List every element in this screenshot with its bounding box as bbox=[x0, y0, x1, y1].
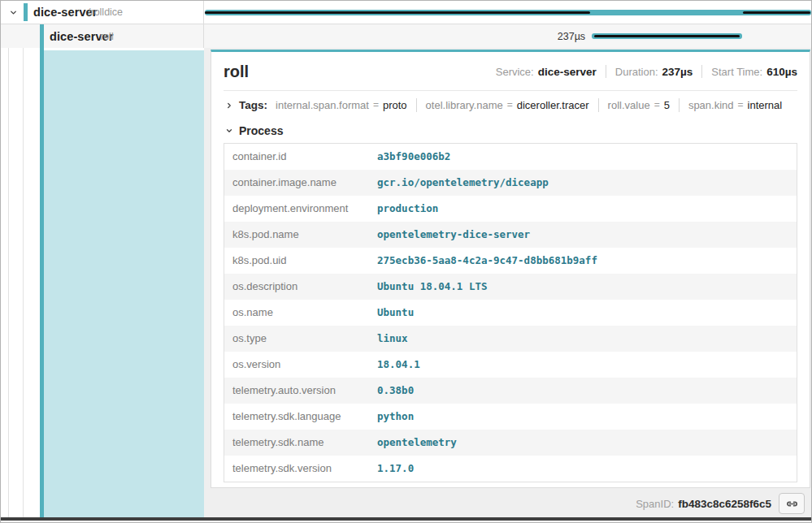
parent-span-core-segment bbox=[743, 11, 810, 14]
start-time-label: Start Time: bbox=[711, 66, 762, 78]
tag-value: diceroller.tracer bbox=[517, 98, 589, 112]
process-key: os.type bbox=[224, 326, 369, 352]
process-key: k8s.pod.name bbox=[224, 222, 369, 248]
span-duration-label: 237µs bbox=[204, 31, 585, 42]
bottom-edge-band bbox=[1, 517, 811, 521]
process-value: 1.17.0 bbox=[369, 456, 797, 482]
tag-item: internal.span.format = proto bbox=[276, 98, 416, 112]
process-value: Ubuntu bbox=[369, 300, 797, 326]
tag-item: roll.value = 5 bbox=[598, 98, 679, 112]
process-key: telemetry.auto.version bbox=[224, 378, 369, 404]
timeline-cell[interactable] bbox=[204, 1, 812, 24]
equals-sign: = bbox=[373, 98, 379, 112]
process-table-row: telemetry.sdk.name opentelemetry bbox=[224, 430, 797, 456]
process-value: linux bbox=[369, 326, 797, 352]
span-tree-cell[interactable]: dice-server roll bbox=[1, 24, 204, 48]
tags-section-label: Tags: bbox=[239, 98, 267, 112]
process-key: container.image.name bbox=[224, 170, 369, 196]
span-overview: Service: dice-server Duration: 237µs Sta… bbox=[496, 65, 797, 78]
child-span-bar bbox=[592, 33, 742, 39]
chevron-right-icon bbox=[224, 100, 235, 111]
process-value: Ubuntu 18.04.1 LTS bbox=[369, 274, 797, 300]
span-detail-header: roll Service: dice-server Duration: 237µ… bbox=[224, 52, 797, 91]
tag-key: otel.library.name bbox=[426, 98, 503, 112]
span-id-label: SpanID: bbox=[636, 498, 674, 510]
equals-sign: = bbox=[654, 98, 660, 112]
timeline-cell[interactable]: 237µs bbox=[204, 24, 812, 48]
parent-span-core-segment bbox=[205, 11, 590, 14]
equals-sign: = bbox=[507, 98, 513, 112]
link-icon bbox=[785, 497, 799, 511]
process-key: telemetry.sdk.name bbox=[224, 430, 369, 456]
selected-span-color-stripe bbox=[40, 24, 44, 518]
process-table-row: container.id a3bf90e006b2 bbox=[224, 144, 797, 170]
tag-key: roll.value bbox=[608, 98, 650, 112]
span-tree-cell[interactable]: dice-server /rolldice bbox=[1, 1, 204, 24]
process-table-row: os.version 18.04.1 bbox=[224, 352, 797, 378]
process-section-toggle[interactable]: Process bbox=[224, 119, 797, 143]
duration-label: Duration: bbox=[615, 66, 658, 78]
span-title: roll bbox=[224, 61, 496, 82]
tag-item: span.kind = internal bbox=[679, 98, 791, 112]
tree-indent-guide bbox=[8, 48, 9, 518]
parent-span-bar bbox=[205, 10, 811, 15]
process-table: container.id a3bf90e006b2 container.imag… bbox=[224, 143, 797, 482]
chevron-down-icon[interactable] bbox=[7, 6, 20, 19]
process-table-row: k8s.pod.uid 275ecb36-5aa8-4c2a-9c47-d8bb… bbox=[224, 248, 797, 274]
tag-list: internal.span.format = proto otel.librar… bbox=[276, 98, 791, 112]
process-table-row: os.description Ubuntu 18.04.1 LTS bbox=[224, 274, 797, 300]
process-key: k8s.pod.uid bbox=[224, 248, 369, 274]
span-row-rolldice[interactable]: dice-server /rolldice bbox=[1, 1, 811, 24]
process-key: telemetry.sdk.language bbox=[224, 404, 369, 430]
process-table-row: k8s.pod.name opentelemetry-dice-server bbox=[224, 222, 797, 248]
span-detail-pane: roll Service: dice-server Duration: 237µ… bbox=[204, 48, 812, 518]
process-table-row: telemetry.auto.version 0.38b0 bbox=[224, 378, 797, 404]
process-section-label: Process bbox=[239, 123, 283, 138]
trace-timeline-view: dice-server /rolldice dice-server roll 2… bbox=[0, 0, 812, 523]
process-table-row: os.name Ubuntu bbox=[224, 300, 797, 326]
process-key: os.name bbox=[224, 300, 369, 326]
span-detail-footer: SpanID: fb483c8c6258f6c5 bbox=[204, 492, 812, 515]
tag-key: internal.span.format bbox=[276, 98, 369, 112]
span-row-roll[interactable]: dice-server roll 237µs bbox=[1, 24, 811, 48]
tag-value: 5 bbox=[664, 98, 670, 112]
span-id-value: fb483c8c6258f6c5 bbox=[678, 498, 771, 510]
process-value: production bbox=[369, 196, 797, 222]
tag-value: proto bbox=[383, 98, 407, 112]
process-table-row: container.image.name gcr.io/opentelemetr… bbox=[224, 170, 797, 196]
process-key: telemetry.sdk.version bbox=[224, 456, 369, 482]
copy-link-button[interactable] bbox=[779, 493, 805, 514]
tree-indent-guide bbox=[23, 48, 24, 518]
process-key: container.id bbox=[224, 144, 369, 170]
process-table-row: telemetry.sdk.version 1.17.0 bbox=[224, 456, 797, 482]
process-key: deployment.environment bbox=[224, 196, 369, 222]
process-value: a3bf90e006b2 bbox=[369, 144, 797, 170]
operation-name: /rolldice bbox=[88, 6, 123, 18]
process-table-row: deployment.environment production bbox=[224, 196, 797, 222]
span-color-bar bbox=[24, 3, 28, 21]
start-time-value: 610µs bbox=[766, 66, 797, 78]
process-value: 18.04.1 bbox=[369, 352, 797, 378]
process-value: gcr.io/opentelemetry/diceapp bbox=[369, 170, 797, 196]
duration-value: 237µs bbox=[662, 66, 693, 78]
selected-span-highlight-block bbox=[44, 50, 204, 518]
chevron-down-icon bbox=[224, 125, 235, 136]
operation-name: roll bbox=[100, 31, 114, 42]
tag-key: span.kind bbox=[688, 98, 734, 112]
span-detail-card: roll Service: dice-server Duration: 237µ… bbox=[211, 50, 810, 488]
tags-section-toggle[interactable]: Tags: internal.span.format = proto otel.… bbox=[224, 91, 797, 119]
process-table-row: telemetry.sdk.language python bbox=[224, 404, 797, 430]
process-value: 275ecb36-5aa8-4c2a-9c47-d8bb681b9aff bbox=[369, 248, 797, 274]
process-value: opentelemetry-dice-server bbox=[369, 222, 797, 248]
divider bbox=[701, 65, 702, 78]
process-key: os.version bbox=[224, 352, 369, 378]
process-value: 0.38b0 bbox=[369, 378, 797, 404]
tag-value: internal bbox=[748, 98, 783, 112]
service-value: dice-server bbox=[538, 66, 597, 78]
process-table-row: os.type linux bbox=[224, 326, 797, 352]
process-value: opentelemetry bbox=[369, 430, 797, 456]
tag-item: otel.library.name = diceroller.tracer bbox=[416, 98, 598, 112]
equals-sign: = bbox=[738, 98, 744, 112]
process-key: os.description bbox=[224, 274, 369, 300]
divider bbox=[606, 65, 606, 78]
